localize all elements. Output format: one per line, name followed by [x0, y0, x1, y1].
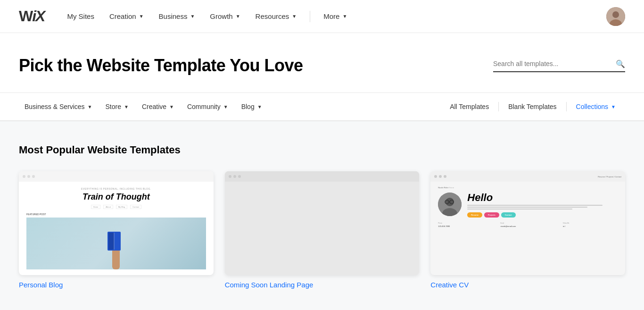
nav-more[interactable]: More ▼: [318, 8, 353, 24]
template-thumb-cv: Resume / Projects / Contact Nicole Rider…: [430, 171, 625, 275]
chevron-down-icon: ▼: [139, 14, 144, 19]
template-name-coming-soon: Coming Soon Landing Page: [225, 281, 420, 289]
svg-point-1: [612, 11, 619, 18]
section-title: Most Popular Website Templates: [19, 144, 625, 156]
cat-blank-templates[interactable]: Blank Templates: [499, 99, 566, 114]
browser-dot: [32, 175, 35, 178]
browser-dot: [229, 175, 231, 178]
cat-business-services[interactable]: Business & Services ▼: [19, 99, 98, 114]
template-card-coming-soon[interactable]: Coming Soon Landing Page: [225, 171, 420, 289]
svg-rect-5: [108, 233, 114, 250]
browser-dot: [439, 175, 442, 178]
nav-growth[interactable]: Growth ▼: [204, 8, 246, 24]
page-title: Pick the Website Template You Love: [19, 56, 303, 75]
cat-community[interactable]: Community ▼: [182, 99, 234, 114]
browser-dot: [444, 175, 446, 178]
chevron-down-icon: ▼: [190, 14, 195, 19]
browser-dot: [434, 175, 437, 178]
browser-bar: Resume / Projects / Contact: [430, 171, 625, 182]
nav-resources[interactable]: Resources ▼: [250, 8, 303, 24]
chevron-down-icon: ▼: [223, 104, 228, 109]
hero-section: Pick the Website Template You Love 🔍: [0, 33, 644, 93]
category-navigation: Business & Services ▼ Store ▼ Creative ▼…: [0, 93, 644, 121]
template-name-cv: Creative CV: [430, 281, 625, 289]
template-card-blog[interactable]: EVERYTHING IS PERSONAL, INCLUDING THIS B…: [19, 171, 214, 289]
chevron-down-icon: ▼: [342, 14, 347, 19]
category-links: Business & Services ▼ Store ▼ Creative ▼…: [19, 99, 440, 114]
avatar-image: [606, 7, 625, 26]
template-card-cv[interactable]: Resume / Projects / Contact Nicole Rider…: [430, 171, 625, 289]
search-box: 🔍: [493, 59, 625, 72]
hand-book-illustration: [102, 222, 130, 269]
cat-all-templates[interactable]: All Templates: [440, 99, 498, 114]
chevron-down-icon: ▼: [124, 104, 129, 109]
cv-avatar: [438, 193, 462, 216]
browser-bar: [19, 171, 214, 182]
browser-dot: [238, 175, 241, 178]
templates-grid: EVERYTHING IS PERSONAL, INCLUDING THIS B…: [19, 171, 625, 289]
nav-business[interactable]: Business ▼: [153, 8, 201, 24]
top-navigation: WiX My Sites Creation ▼ Business ▼ Growt…: [0, 0, 644, 33]
search-input[interactable]: [493, 60, 612, 67]
main-content: Most Popular Website Templates EVERYTHIN…: [0, 121, 644, 310]
cat-creative[interactable]: Creative ▼: [136, 99, 180, 114]
blog-featured-image: [26, 218, 206, 269]
nav-links: My Sites Creation ▼ Business ▼ Growth ▼ …: [61, 8, 606, 24]
wix-logo[interactable]: WiX: [19, 8, 44, 25]
browser-dot: [23, 175, 25, 178]
chevron-down-icon: ▼: [88, 104, 92, 109]
template-thumb-blog: EVERYTHING IS PERSONAL, INCLUDING THIS B…: [19, 171, 214, 275]
nav-my-sites[interactable]: My Sites: [61, 8, 100, 24]
template-name-blog: Personal Blog: [19, 281, 214, 289]
search-icon[interactable]: 🔍: [616, 59, 625, 68]
browser-bar: [225, 171, 420, 182]
browser-dot: [233, 175, 236, 178]
nav-creation[interactable]: Creation ▼: [104, 8, 149, 24]
chevron-down-icon: ▼: [292, 14, 297, 19]
chevron-down-icon: ▼: [236, 14, 240, 19]
browser-dot: [27, 175, 30, 178]
cat-blog[interactable]: Blog ▼: [236, 99, 268, 114]
chevron-down-icon: ▼: [611, 104, 616, 109]
nav-divider: [310, 11, 310, 22]
chevron-down-icon: ▼: [257, 104, 262, 109]
cat-store[interactable]: Store ▼: [100, 99, 134, 114]
chevron-down-icon: ▼: [169, 104, 174, 109]
avatar[interactable]: [606, 7, 625, 26]
cat-collections[interactable]: Collections ▼: [567, 99, 625, 114]
cat-right-links: All Templates Blank Templates Collection…: [440, 99, 625, 114]
template-thumb-coming-soon: [225, 171, 420, 275]
